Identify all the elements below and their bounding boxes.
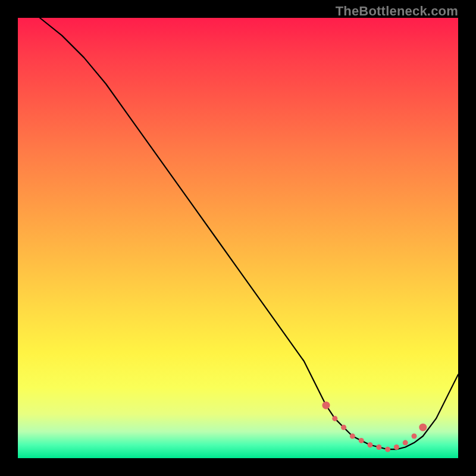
highlight-dot xyxy=(376,444,381,450)
watermark-text: TheBottleneck.com xyxy=(336,4,458,19)
highlight-dot xyxy=(385,447,390,452)
chart-svg xyxy=(18,18,458,458)
highlight-dot xyxy=(412,434,417,439)
highlight-dot xyxy=(341,425,346,430)
highlight-dot xyxy=(419,424,427,431)
chart-plot-area xyxy=(18,18,458,458)
highlight-dot xyxy=(350,434,355,439)
highlight-dot xyxy=(394,444,399,450)
highlight-dot xyxy=(322,402,330,409)
curve-line xyxy=(40,18,458,449)
highlight-dot xyxy=(359,438,364,443)
highlight-dot xyxy=(332,416,337,421)
highlight-dot xyxy=(403,440,408,446)
highlight-dot xyxy=(368,442,373,447)
